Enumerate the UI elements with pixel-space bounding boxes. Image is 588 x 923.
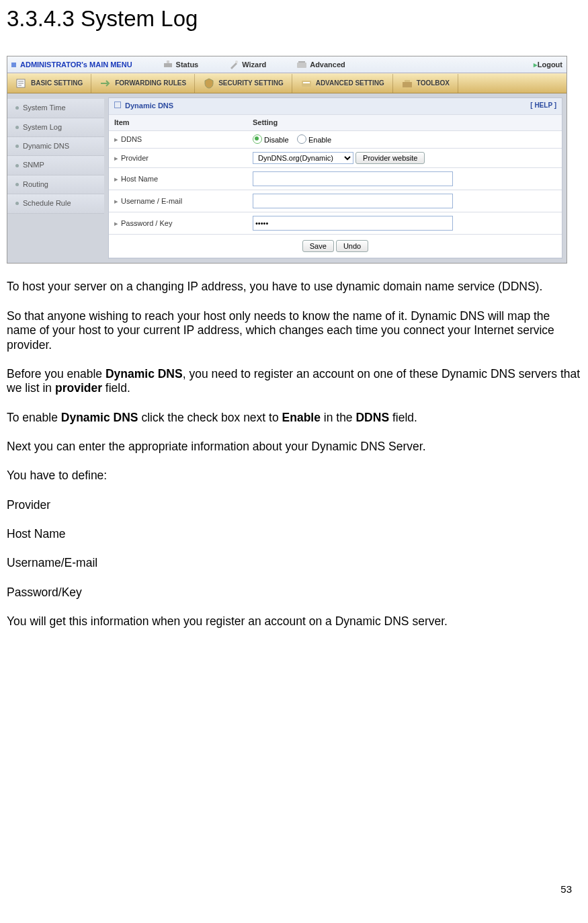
advanced-setting-icon [300,78,312,89]
text: To enable [7,411,61,424]
bold-text: provider [55,381,102,395]
hostname-label-text: Host Name [121,175,158,183]
tab-toolbox[interactable]: TOOLBOX [393,74,458,93]
svg-rect-9 [405,80,410,82]
svg-rect-8 [403,82,412,87]
settings-panel: Dynamic DNS [ HELP ] Item Setting ▸DDNS … [108,97,562,259]
define-password: Password/Key [7,586,581,600]
text: in the [321,411,356,424]
sidebar-item-routing[interactable]: Routing [7,175,104,194]
row-password-label: ▸Password / Key [109,212,247,235]
panel-title-row: Dynamic DNS [ HELP ] [109,98,562,114]
router-ui-screenshot: ADMINISTRATOR's MAIN MENU Status Wizard … [7,56,567,264]
section-heading: 3.3.4.3 System Log [7,5,581,32]
help-link[interactable]: [ HELP ] [530,102,556,110]
bold-text: Dynamic DNS [61,411,138,424]
define-hostname: Host Name [7,527,581,541]
sidebar-item-label: System Log [23,123,62,132]
text: field. [102,381,130,395]
column-setting-header: Setting [247,114,562,130]
svg-rect-0 [164,63,172,67]
column-item-header: Item [109,114,247,130]
sidebar-item-label: Routing [23,180,48,189]
bullet-icon [15,183,19,186]
svg-rect-3 [297,63,306,68]
panel-title: Dynamic DNS [125,102,173,110]
nav-status-label: Status [176,61,199,69]
row-username-label: ▸Username / E-mail [109,190,247,212]
ddns-enable-radio[interactable] [297,134,306,144]
password-label-text: Password / Key [121,219,172,227]
bullet-icon [15,202,19,205]
sidebar-item-system-time[interactable]: System Time [7,99,104,118]
forwarding-icon [99,78,112,89]
panel-bullet-icon [114,102,121,108]
bold-text: DDNS [355,411,389,424]
sidebar-item-label: SNMP [23,161,44,169]
sidebar-item-label: Schedule Rule [23,199,71,208]
sidebar: System Time System Log Dynamic DNS SNMP … [7,93,104,263]
text: click the check box next to [138,411,282,424]
bold-text: Enable [282,411,321,424]
bullet-icon [15,126,19,129]
password-input[interactable] [253,216,453,231]
row-hostname-label: ▸Host Name [109,168,247,190]
provider-website-button[interactable]: Provider website [355,152,425,164]
sidebar-item-dynamic-dns[interactable]: Dynamic DNS [7,137,104,156]
svg-rect-4 [298,61,305,63]
ddns-disable-radio[interactable] [253,134,262,144]
sidebar-item-snmp[interactable]: SNMP [7,156,104,175]
top-menu-bar: ADMINISTRATOR's MAIN MENU Status Wizard … [7,56,566,73]
page-number: 53 [560,883,572,895]
tab-toolbox-label: TOOLBOX [417,79,450,87]
nav-status[interactable]: Status [163,59,199,70]
tab-strip: BASIC SETTING FORWARDING RULES SECURITY … [7,73,566,93]
security-icon [203,78,215,89]
nav-wizard-label: Wizard [242,61,266,69]
paragraph: To enable Dynamic DNS click the check bo… [7,411,581,425]
tab-basic-label: BASIC SETTING [31,79,83,87]
tab-basic-setting[interactable]: BASIC SETTING [7,74,91,93]
tab-advanced-label: ADVANCED SETTING [316,79,384,87]
save-button[interactable]: Save [302,240,334,252]
status-icon [163,59,173,70]
nav-advanced[interactable]: Advanced [296,59,345,70]
bullet-icon [15,164,19,167]
basic-setting-icon [15,78,28,89]
sidebar-item-label: Dynamic DNS [23,142,69,151]
tab-forwarding-rules[interactable]: FORWARDING RULES [91,74,195,93]
svg-point-2 [235,61,238,63]
paragraph: You will get this information when you r… [7,614,581,629]
admin-menu-title: ADMINISTRATOR's MAIN MENU [20,61,132,69]
text: Before you enable [7,367,106,380]
username-input[interactable] [253,194,453,208]
text: field. [389,411,417,424]
paragraph: To host your server on a changing IP add… [7,280,581,294]
advanced-icon [296,59,307,70]
define-username: Username/E-mail [7,556,581,570]
paragraph: You have to define: [7,469,581,483]
logout-link[interactable]: Logout [534,61,562,69]
username-label-text: Username / E-mail [121,197,182,205]
wizard-icon [228,59,239,70]
ddns-enable-label: Enable [308,136,331,144]
svg-rect-6 [302,81,311,87]
sidebar-item-label: System Time [23,104,66,112]
ddns-disable-label: Disable [264,136,289,144]
tab-security-label: SECURITY SETTING [218,79,284,87]
tab-forwarding-label: FORWARDING RULES [115,79,186,87]
nav-wizard[interactable]: Wizard [228,59,266,70]
sidebar-item-schedule-rule[interactable]: Schedule Rule [7,194,104,213]
sidebar-item-system-log[interactable]: System Log [7,118,104,137]
undo-button[interactable]: Undo [336,240,368,252]
toolbox-icon [401,78,413,89]
tab-advanced-setting[interactable]: ADVANCED SETTING [292,74,393,93]
paragraph: So that anyone wishing to reach your hos… [7,309,581,352]
provider-select[interactable]: DynDNS.org(Dynamic) [253,152,353,164]
hostname-input[interactable] [253,171,453,186]
tab-security-setting[interactable]: SECURITY SETTING [195,74,292,93]
paragraph: Before you enable Dynamic DNS, you need … [7,367,581,396]
bold-text: Dynamic DNS [106,367,183,380]
nav-advanced-label: Advanced [310,61,345,69]
row-ddns-label: ▸DDNS [109,131,247,149]
